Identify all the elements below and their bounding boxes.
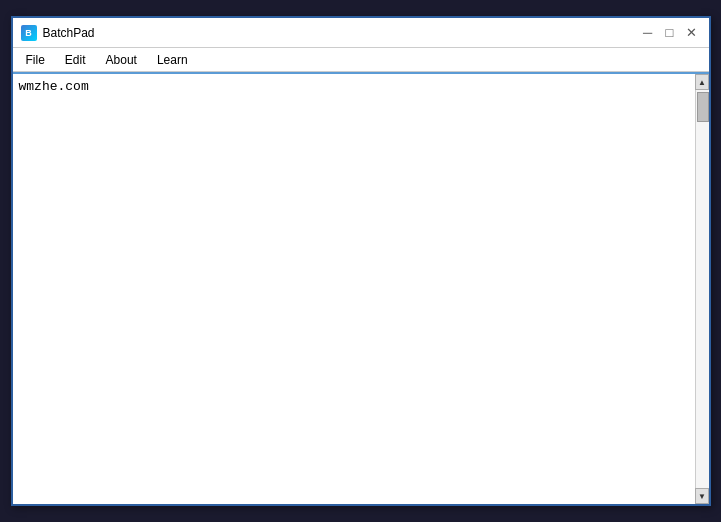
scroll-down-button[interactable]: ▼ (695, 488, 709, 504)
app-icon: B (21, 25, 37, 41)
scroll-thumb[interactable] (697, 92, 709, 122)
title-controls: ─ □ ✕ (639, 24, 701, 42)
menu-file[interactable]: File (17, 50, 54, 70)
maximize-button[interactable]: □ (661, 24, 679, 42)
menu-learn[interactable]: Learn (148, 50, 197, 70)
scroll-track (696, 90, 709, 488)
menu-about[interactable]: About (97, 50, 146, 70)
title-bar: B BatchPad ─ □ ✕ (13, 18, 709, 48)
scroll-up-button[interactable]: ▲ (695, 74, 709, 90)
editor-area: wmzhe.com ▲ ▼ (13, 72, 709, 504)
text-editor[interactable]: wmzhe.com (13, 74, 695, 504)
menu-edit[interactable]: Edit (56, 50, 95, 70)
app-icon-text: B (25, 28, 32, 38)
title-bar-left: B BatchPad (21, 25, 95, 41)
minimize-button[interactable]: ─ (639, 24, 657, 42)
scrollbar[interactable]: ▲ ▼ (695, 74, 709, 504)
close-button[interactable]: ✕ (683, 24, 701, 42)
window-title: BatchPad (43, 26, 95, 40)
main-window: B BatchPad ─ □ ✕ File Edit About Learn w… (11, 16, 711, 506)
menu-bar: File Edit About Learn (13, 48, 709, 72)
